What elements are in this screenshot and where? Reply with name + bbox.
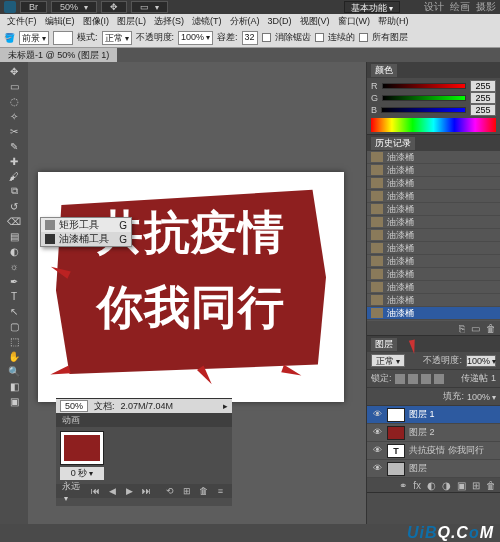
- shape-tool-icon[interactable]: ▢: [5, 319, 23, 333]
- eyedropper-tool-icon[interactable]: ✎: [5, 139, 23, 153]
- menu-3d[interactable]: 3D(D): [265, 16, 295, 26]
- menu-view[interactable]: 视图(V): [297, 15, 333, 28]
- fill-source-dropdown[interactable]: 前景: [19, 31, 49, 45]
- blend-mode-dropdown[interactable]: 正常: [371, 354, 405, 367]
- visibility-icon[interactable]: 👁: [371, 409, 383, 421]
- first-frame-icon[interactable]: ⏮: [90, 486, 101, 496]
- menu-analysis[interactable]: 分析(A): [227, 15, 263, 28]
- visibility-icon[interactable]: 👁: [371, 427, 383, 439]
- alllayers-checkbox[interactable]: [359, 33, 368, 42]
- snapshot-icon[interactable]: ⎘: [459, 323, 465, 334]
- history-item[interactable]: 油漆桶: [367, 216, 500, 229]
- timeline-mode-icon[interactable]: ≡: [215, 486, 226, 496]
- layer-row[interactable]: 👁图层: [367, 460, 500, 478]
- link-icon[interactable]: ⚭: [399, 480, 407, 491]
- zoom-tool-icon[interactable]: 🔍: [5, 364, 23, 378]
- adjust-icon[interactable]: ◑: [442, 480, 451, 491]
- eraser-tool-icon[interactable]: ⌫: [5, 214, 23, 228]
- color-spectrum[interactable]: [371, 118, 496, 132]
- tolerance-input[interactable]: 32: [242, 31, 258, 45]
- menu-layer[interactable]: 图层(L): [114, 15, 149, 28]
- history-item[interactable]: 油漆桶: [367, 177, 500, 190]
- lasso-tool-icon[interactable]: ◌: [5, 94, 23, 108]
- history-list[interactable]: 油漆桶油漆桶油漆桶油漆桶油漆桶油漆桶油漆桶油漆桶油漆桶油漆桶油漆桶油漆桶油漆桶: [367, 151, 500, 321]
- lock-all-icon[interactable]: [434, 374, 444, 384]
- workspace-essentials[interactable]: 基本功能: [344, 1, 400, 13]
- animation-panel-tab[interactable]: 动画: [56, 413, 232, 427]
- play-icon[interactable]: ▶: [124, 486, 135, 496]
- mode-dropdown[interactable]: 正常: [102, 31, 132, 45]
- history-item[interactable]: 油漆桶: [367, 229, 500, 242]
- history-brush-tool-icon[interactable]: ↺: [5, 199, 23, 213]
- visibility-icon[interactable]: 👁: [371, 463, 383, 475]
- menu-help[interactable]: 帮助(H): [375, 15, 412, 28]
- history-item[interactable]: 油漆桶: [367, 268, 500, 281]
- brush-tool-icon[interactable]: 🖌: [5, 169, 23, 183]
- swatch-fgbg-icon[interactable]: ◧: [5, 379, 23, 393]
- history-item[interactable]: 油漆桶: [367, 203, 500, 216]
- heal-tool-icon[interactable]: ✚: [5, 154, 23, 168]
- workspace-paint[interactable]: 绘画: [450, 0, 470, 14]
- animation-frame-1[interactable]: 0 秒: [60, 431, 104, 480]
- hand-tool-icon[interactable]: ✥: [101, 1, 127, 13]
- status-arrow-icon[interactable]: ▸: [223, 401, 228, 411]
- workspace-photo[interactable]: 摄影: [476, 0, 496, 14]
- loop-dropdown[interactable]: 永远: [62, 480, 84, 503]
- visibility-icon[interactable]: 👁: [371, 445, 383, 457]
- g-input[interactable]: [470, 92, 496, 104]
- menu-window[interactable]: 窗口(W): [335, 15, 374, 28]
- new-layer-icon[interactable]: ⊞: [472, 480, 480, 491]
- b-input[interactable]: [470, 104, 496, 116]
- pen-tool-icon[interactable]: ✒: [5, 274, 23, 288]
- stamp-tool-icon[interactable]: ⧉: [5, 184, 23, 198]
- contiguous-checkbox[interactable]: [315, 33, 324, 42]
- new-doc-icon[interactable]: ▭: [471, 323, 480, 334]
- wand-tool-icon[interactable]: ✧: [5, 109, 23, 123]
- document-canvas[interactable]: 共抗疫情 你我同行: [38, 172, 344, 402]
- lock-pixels-icon[interactable]: [408, 374, 418, 384]
- trash-icon[interactable]: 🗑: [486, 323, 496, 334]
- menu-image[interactable]: 图像(I): [80, 15, 113, 28]
- move-tool-icon[interactable]: ✥: [5, 64, 23, 78]
- document-tab[interactable]: 未标题-1 @ 50% (图层 1): [0, 48, 117, 62]
- history-tab[interactable]: 历史记录: [371, 137, 415, 150]
- screen-mode-icon[interactable]: ▭: [131, 1, 168, 13]
- history-item[interactable]: 油漆桶: [367, 255, 500, 268]
- mask-icon[interactable]: ◐: [427, 480, 436, 491]
- status-zoom[interactable]: 50%: [60, 400, 88, 412]
- lock-position-icon[interactable]: [421, 374, 431, 384]
- marquee-tool-icon[interactable]: ▭: [5, 79, 23, 93]
- type-tool-icon[interactable]: T: [5, 289, 23, 303]
- frame-delay[interactable]: 0 秒: [60, 467, 104, 480]
- layer-row[interactable]: 👁图层 2: [367, 424, 500, 442]
- zoom-dropdown[interactable]: 50%: [51, 1, 97, 13]
- gradient-tool-icon[interactable]: ▤: [5, 229, 23, 243]
- hand2-tool-icon[interactable]: ✋: [5, 349, 23, 363]
- g-slider[interactable]: [382, 95, 466, 101]
- flyout-gradient-tool[interactable]: 矩形工具 G: [41, 218, 131, 232]
- fill-input[interactable]: 100%: [467, 392, 496, 402]
- r-input[interactable]: [470, 80, 496, 92]
- prev-frame-icon[interactable]: ◀: [107, 486, 118, 496]
- quickmask-icon[interactable]: ▣: [5, 394, 23, 408]
- b-slider[interactable]: [381, 107, 466, 113]
- workspace-design[interactable]: 设计: [424, 0, 444, 14]
- group-icon[interactable]: ▣: [457, 480, 466, 491]
- lock-transparency-icon[interactable]: [395, 374, 405, 384]
- history-item[interactable]: 油漆桶: [367, 294, 500, 307]
- history-item[interactable]: 油漆桶: [367, 242, 500, 255]
- history-item[interactable]: 油漆桶: [367, 307, 500, 320]
- antialias-checkbox[interactable]: [262, 33, 271, 42]
- blur-tool-icon[interactable]: ◐: [5, 244, 23, 258]
- layer-row[interactable]: 👁T共抗疫情 你我同行: [367, 442, 500, 460]
- tween-icon[interactable]: ⟲: [164, 486, 175, 496]
- history-item[interactable]: 油漆桶: [367, 190, 500, 203]
- history-item[interactable]: 油漆桶: [367, 164, 500, 177]
- bridge-button[interactable]: Br: [20, 1, 47, 13]
- pattern-swatch[interactable]: [53, 31, 73, 45]
- dodge-tool-icon[interactable]: ☼: [5, 259, 23, 273]
- 3d-tool-icon[interactable]: ⬚: [5, 334, 23, 348]
- r-slider[interactable]: [382, 83, 467, 89]
- canvas-area[interactable]: 共抗疫情 你我同行 矩形工具 G 油漆桶工具 G: [28, 62, 366, 524]
- layers-tab[interactable]: 图层: [371, 338, 397, 351]
